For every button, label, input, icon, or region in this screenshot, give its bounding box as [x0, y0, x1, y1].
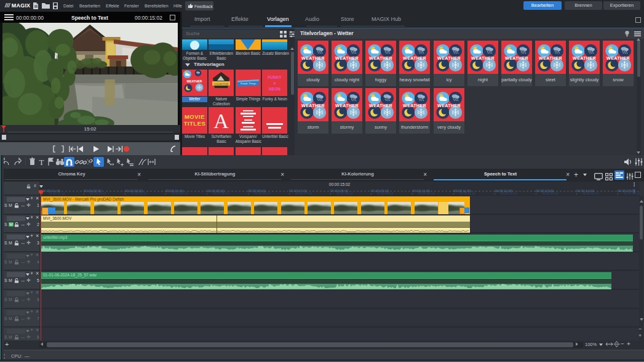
svg-text:A: A [214, 110, 229, 132]
svg-text:T: T [39, 158, 44, 167]
svg-text:MOVIE: MOVIE [185, 113, 205, 120]
svg-text:TITLES: TITLES [184, 120, 206, 127]
svg-text:NEON: NEON [269, 87, 280, 91]
svg-text:FUNKY: FUNKY [268, 75, 282, 79]
svg-text:&: & [274, 81, 276, 85]
svg-text:COLLECTION: COLLECTION [215, 83, 229, 86]
svg-text:Simple Things: Simple Things [241, 82, 256, 85]
svg-text:WEATHER: WEATHER [187, 79, 202, 83]
